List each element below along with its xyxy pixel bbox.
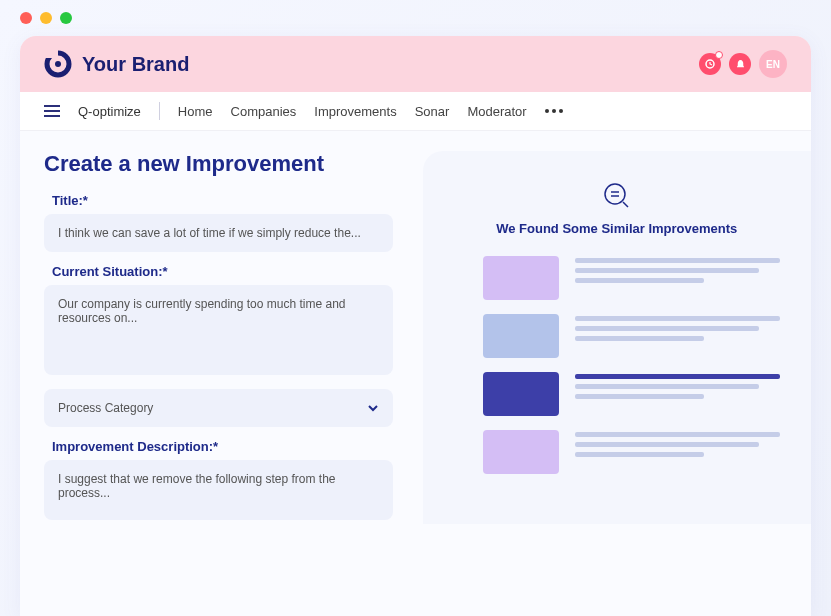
preview-lines xyxy=(575,256,792,300)
window-controls xyxy=(0,0,831,36)
nav-sonar[interactable]: Sonar xyxy=(415,104,450,119)
similar-title: We Found Some Similar Improvements xyxy=(443,221,792,236)
app-name: Q-optimize xyxy=(78,104,141,119)
chevron-down-icon xyxy=(367,402,379,414)
thumb xyxy=(483,372,559,416)
svg-point-4 xyxy=(605,184,625,204)
category-placeholder: Process Category xyxy=(58,401,153,415)
timer-icon xyxy=(704,58,716,70)
similar-item[interactable] xyxy=(483,314,792,358)
brand: Your Brand xyxy=(44,50,189,78)
category-select[interactable]: Process Category xyxy=(44,389,393,427)
nav-companies[interactable]: Companies xyxy=(231,104,297,119)
similar-item[interactable] xyxy=(483,372,792,416)
preview-lines xyxy=(575,372,792,416)
language-button[interactable]: EN xyxy=(759,50,787,78)
nav-improvements[interactable]: Improvements xyxy=(314,104,396,119)
description-label: Improvement Description:* xyxy=(52,439,393,454)
similar-item[interactable] xyxy=(483,430,792,474)
description-textarea[interactable]: I suggest that we remove the following s… xyxy=(44,460,393,520)
brand-logo-icon xyxy=(44,50,72,78)
app-window: Your Brand EN Q-optimize Home Companies … xyxy=(20,36,811,616)
svg-rect-2 xyxy=(44,50,58,58)
search-icon xyxy=(602,181,632,211)
notification-button[interactable] xyxy=(729,53,751,75)
top-bar: Your Brand EN xyxy=(20,36,811,92)
menu-toggle[interactable] xyxy=(44,105,60,117)
title-input[interactable] xyxy=(44,214,393,252)
window-close[interactable] xyxy=(20,12,32,24)
svg-line-5 xyxy=(623,202,628,207)
nav-more[interactable] xyxy=(545,109,563,113)
nav-bar: Q-optimize Home Companies Improvements S… xyxy=(20,92,811,131)
similar-item[interactable] xyxy=(483,256,792,300)
situation-textarea[interactable]: Our company is currently spending too mu… xyxy=(44,285,393,375)
timer-button[interactable] xyxy=(699,53,721,75)
page-title: Create a new Improvement xyxy=(44,151,393,177)
top-actions: EN xyxy=(699,50,787,78)
thumb xyxy=(483,430,559,474)
content: Create a new Improvement Title:* Current… xyxy=(20,131,811,544)
window-maximize[interactable] xyxy=(60,12,72,24)
nav-home[interactable]: Home xyxy=(178,104,213,119)
brand-name: Your Brand xyxy=(82,53,189,76)
form-column: Create a new Improvement Title:* Current… xyxy=(44,151,393,524)
window-minimize[interactable] xyxy=(40,12,52,24)
title-label: Title:* xyxy=(52,193,393,208)
preview-lines xyxy=(575,430,792,474)
situation-label: Current Situation:* xyxy=(52,264,393,279)
nav-moderator[interactable]: Moderator xyxy=(467,104,526,119)
divider xyxy=(159,102,160,120)
svg-point-1 xyxy=(55,61,61,67)
bell-icon xyxy=(735,59,746,70)
thumb xyxy=(483,256,559,300)
thumb xyxy=(483,314,559,358)
preview-lines xyxy=(575,314,792,358)
similar-panel: We Found Some Similar Improvements xyxy=(423,151,812,524)
